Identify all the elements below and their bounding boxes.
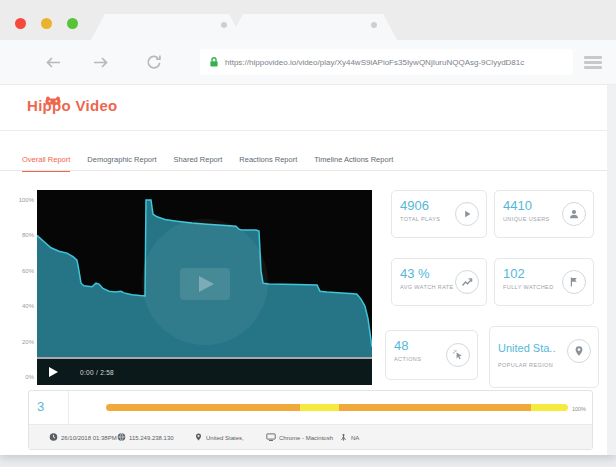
location-pin-icon xyxy=(194,433,203,442)
watch-progress-bar xyxy=(106,404,568,411)
browser-window: https://hippovideo.io/video/play/Xy44wS9… xyxy=(0,0,616,455)
play-icon[interactable] xyxy=(49,367,58,377)
viewer-progress-row: 3 100% xyxy=(29,391,592,425)
refresh-icon[interactable] xyxy=(146,54,162,74)
retention-chart xyxy=(37,190,372,385)
y-axis-label: 40% xyxy=(6,303,34,309)
device-icon xyxy=(266,433,276,442)
user-icon xyxy=(562,202,586,226)
viewer-meta-row: 26/10/2018 01:38PM 115.249.238.130 Unite… xyxy=(29,425,592,449)
stat-card-actions: 48 ACTIONS xyxy=(385,330,478,380)
meta-ip-address: 115.249.238.130 xyxy=(117,433,174,442)
stat-card-total-plays: 4906 TOTAL PLAYS xyxy=(391,190,487,238)
secure-lock-icon xyxy=(209,56,219,68)
traffic-light-minimize-icon[interactable] xyxy=(41,18,52,29)
stat-card-fully-watched: 102 FULLY WATCHED xyxy=(494,258,594,306)
tab-close-icon[interactable] xyxy=(221,22,227,28)
meta-location: United States, xyxy=(194,433,244,442)
tabs-divider xyxy=(0,170,616,171)
globe-icon xyxy=(117,433,126,442)
y-axis-label: 20% xyxy=(6,339,34,345)
location-pin-icon xyxy=(567,339,591,363)
trend-icon xyxy=(455,270,479,294)
stat-card-unique-users: 4410 UNIQUE USERS xyxy=(494,190,594,238)
traffic-light-zoom-icon[interactable] xyxy=(67,18,78,29)
divider xyxy=(68,391,69,424)
y-axis-label: 0% xyxy=(6,374,34,380)
viewer-index: 3 xyxy=(37,399,44,414)
logo-text: Hippo Video xyxy=(27,97,118,114)
hippo-face-icon xyxy=(45,91,61,108)
browser-navbar: https://hippovideo.io/video/play/Xy44wS9… xyxy=(0,40,616,85)
flag-icon xyxy=(562,270,586,294)
browser-topbar xyxy=(0,0,616,40)
network-icon xyxy=(339,433,348,442)
traffic-light-close-icon[interactable] xyxy=(15,18,26,29)
progress-percent-label: 100% xyxy=(572,406,586,412)
url-bar[interactable]: https://hippovideo.io/video/play/Xy44wS9… xyxy=(200,49,573,75)
y-axis-label: 100% xyxy=(6,197,34,203)
time-display: 0:00 / 2:58 xyxy=(80,369,114,376)
y-axis-label: 80% xyxy=(6,232,34,238)
menu-icon[interactable] xyxy=(584,56,602,71)
cursor-click-icon xyxy=(446,343,470,367)
stat-card-popular-region: United Sta.. POPULAR REGION xyxy=(489,326,599,388)
viewer-detail-row[interactable]: 3 100% 26/10/2018 01:38PM 115.249.238.13… xyxy=(28,390,593,450)
meta-datetime: 26/10/2018 01:38PM xyxy=(49,433,117,442)
page-content: Hippo Video Overall Report Demographic R… xyxy=(0,85,616,455)
video-player[interactable]: 0:00 / 2:58 xyxy=(37,190,372,385)
forward-icon[interactable] xyxy=(92,55,110,73)
header-divider xyxy=(0,130,616,131)
player-controls: 0:00 / 2:58 xyxy=(37,359,372,385)
back-icon[interactable] xyxy=(44,55,62,73)
browser-tab[interactable] xyxy=(91,14,243,40)
meta-network: NA xyxy=(339,433,359,442)
meta-browser-os: Chrome - Macintosh xyxy=(266,433,333,442)
stat-label: POPULAR REGION xyxy=(498,362,590,368)
scrollbar[interactable] xyxy=(607,85,616,455)
hippo-video-logo[interactable]: Hippo Video xyxy=(27,97,118,114)
clock-icon xyxy=(49,433,58,442)
browser-tab[interactable] xyxy=(229,14,397,40)
url-text: https://hippovideo.io/video/play/Xy44wS9… xyxy=(225,58,524,67)
stat-card-avg-watch-rate: 43 % AVG WATCH RATE xyxy=(391,258,487,306)
y-axis-label: 60% xyxy=(6,268,34,274)
tab-close-icon[interactable] xyxy=(371,22,377,28)
play-icon xyxy=(455,202,479,226)
